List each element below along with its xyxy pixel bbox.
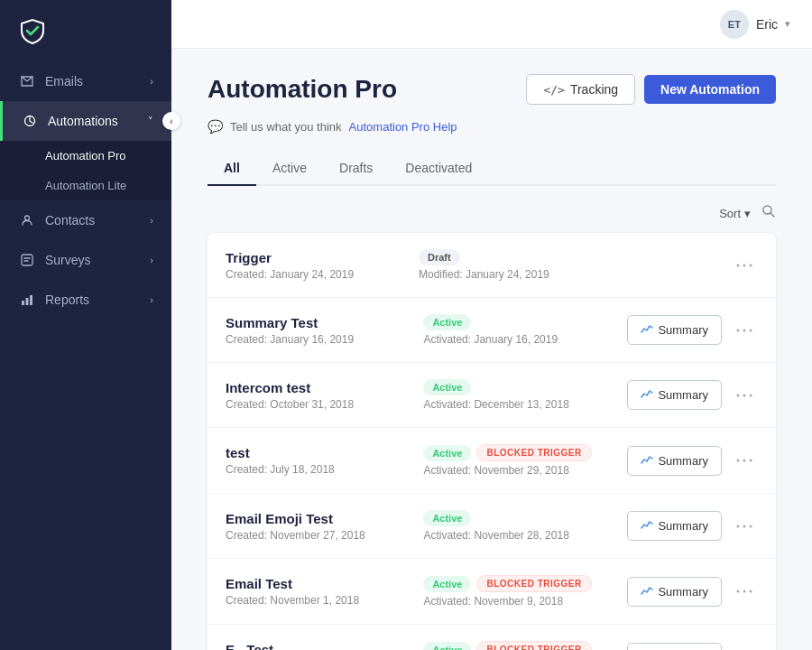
sidebar-item-automations[interactable]: Automations ˅ ‹ <box>0 101 171 141</box>
status-badges: Active <box>423 314 613 330</box>
automation-info: Trigger Created: January 24, 2019 <box>226 250 419 281</box>
status-badges: Active BLOCKED TRIGGER <box>423 575 613 592</box>
automation-status-block: Draft Modified: January 24, 2019 <box>419 249 608 281</box>
chart-icon <box>641 584 653 599</box>
tab-active[interactable]: Active <box>256 152 323 186</box>
more-options-button[interactable] <box>731 586 758 597</box>
emails-nav-label: Emails <box>45 74 83 88</box>
page-title: Automation Pro <box>208 75 397 104</box>
tab-drafts[interactable]: Drafts <box>323 152 389 186</box>
blocked-trigger-badge: BLOCKED TRIGGER <box>476 641 591 650</box>
help-bar: 💬 Tell us what you think Automation Pro … <box>208 119 776 134</box>
sidebar-navigation: Emails › Automations ˅ ‹ Automation Pro … <box>0 61 171 650</box>
sidebar-item-automation-pro[interactable]: Automation Pro <box>0 141 171 171</box>
svg-point-24 <box>743 590 746 593</box>
chart-icon <box>641 518 653 534</box>
contacts-icon <box>18 211 36 229</box>
help-prompt-text: Tell us what you think <box>230 120 342 134</box>
automation-list: Trigger Created: January 24, 2019 Draft … <box>208 233 776 650</box>
status-badges: Active BLOCKED TRIGGER <box>423 641 613 650</box>
automation-modified-date: Activated: December 13, 2018 <box>423 398 613 411</box>
more-options-button[interactable] <box>731 390 758 401</box>
status-badge: Active <box>423 576 471 592</box>
svg-rect-3 <box>22 301 24 305</box>
sidebar-item-reports[interactable]: Reports › <box>0 280 171 320</box>
svg-line-7 <box>770 213 774 217</box>
svg-point-15 <box>743 394 746 396</box>
more-options-button[interactable] <box>731 455 758 466</box>
status-badge: Draft <box>419 249 460 265</box>
tracking-button[interactable]: </> Tracking <box>526 74 635 105</box>
summary-button[interactable]: Summary <box>627 643 722 651</box>
automation-row: Email Test Created: November 1, 2018 Act… <box>208 559 776 625</box>
status-badges: Active BLOCKED TRIGGER <box>423 444 613 461</box>
summary-label: Summary <box>658 585 708 599</box>
sort-label: Sort <box>719 207 741 220</box>
sidebar-item-contacts[interactable]: Contacts › <box>0 200 171 240</box>
automation-name: Email Test <box>226 576 423 591</box>
sidebar-item-surveys[interactable]: Surveys › <box>0 240 171 280</box>
automation-info: Intercom test Created: October 31, 2018 <box>226 380 423 411</box>
more-options-button[interactable] <box>731 325 758 336</box>
summary-button[interactable]: Summary <box>627 577 722 607</box>
svg-point-19 <box>750 460 752 462</box>
emails-nav-arrow: › <box>150 76 153 87</box>
main-area: ET Eric ▾ Automation Pro </> Tracking Ne… <box>171 0 812 650</box>
surveys-nav-arrow: › <box>150 255 153 265</box>
help-link[interactable]: Automation Pro Help <box>349 120 457 134</box>
automation-icon <box>21 112 39 130</box>
sort-button[interactable]: Sort ▾ <box>719 207 751 220</box>
svg-point-11 <box>737 329 740 331</box>
sidebar-logo <box>0 0 171 61</box>
sort-chevron-icon: ▾ <box>744 207 751 220</box>
more-dots-icon <box>736 394 752 397</box>
svg-point-1 <box>25 216 30 220</box>
status-badges: Active <box>423 379 613 395</box>
reports-nav-arrow: › <box>150 294 153 305</box>
new-automation-button[interactable]: New Automation <box>644 75 776 104</box>
blocked-trigger-badge: BLOCKED TRIGGER <box>476 575 591 592</box>
automation-status-block: Active BLOCKED TRIGGER Activated: Novemb… <box>423 575 613 608</box>
summary-button[interactable]: Summary <box>627 380 722 410</box>
sidebar-item-emails[interactable]: Emails › <box>0 61 171 101</box>
automation-created-date: Created: October 31, 2018 <box>226 398 423 411</box>
svg-point-22 <box>750 525 752 527</box>
svg-point-21 <box>743 525 746 527</box>
reports-nav-label: Reports <box>45 292 89 307</box>
summary-button[interactable]: Summary <box>627 446 722 476</box>
automation-row: E - Test Created: June 26, 2018 Active B… <box>208 625 776 650</box>
svg-point-10 <box>750 264 752 266</box>
tab-deactivated[interactable]: Deactivated <box>389 152 488 186</box>
search-button[interactable] <box>761 204 776 222</box>
automation-name: Email Emoji Test <box>226 511 423 526</box>
chart-icon <box>641 453 653 469</box>
surveys-nav-label: Surveys <box>45 253 91 267</box>
sidebar: Emails › Automations ˅ ‹ Automation Pro … <box>0 0 171 650</box>
user-menu[interactable]: ET Eric ▾ <box>720 10 790 39</box>
more-options-button[interactable] <box>731 260 758 271</box>
summary-button[interactable]: Summary <box>627 315 722 345</box>
automation-row: Summary Test Created: January 16, 2019 A… <box>208 298 776 363</box>
status-badge: Active <box>423 510 471 526</box>
automation-created-date: Created: January 24, 2019 <box>226 268 419 281</box>
status-badge: Active <box>423 314 471 330</box>
automation-row: Email Emoji Test Created: November 27, 2… <box>208 494 776 559</box>
sidebar-collapse-button[interactable]: ‹ <box>162 112 180 130</box>
search-icon <box>761 204 776 218</box>
automation-row: test Created: July 18, 2018 Active BLOCK… <box>208 428 776 494</box>
automations-nav-label: Automations <box>48 114 118 128</box>
summary-button[interactable]: Summary <box>627 511 722 541</box>
automation-info: test Created: July 18, 2018 <box>226 445 423 476</box>
chart-icon <box>641 322 653 338</box>
tab-all[interactable]: All <box>208 152 256 186</box>
automation-status-block: Active BLOCKED TRIGGER Activated: Novemb… <box>423 444 613 477</box>
svg-rect-4 <box>26 298 29 305</box>
automation-status-block: Active BLOCKED TRIGGER Activated: July 1… <box>423 641 613 650</box>
sidebar-item-automation-lite[interactable]: Automation Lite <box>0 171 171 200</box>
automation-created-date: Created: November 27, 2018 <box>226 529 423 542</box>
summary-label: Summary <box>658 519 708 533</box>
more-dots-icon <box>736 329 752 332</box>
more-options-button[interactable] <box>731 521 758 532</box>
automation-created-date: Created: November 1, 2018 <box>226 594 423 607</box>
svg-point-13 <box>750 329 752 331</box>
